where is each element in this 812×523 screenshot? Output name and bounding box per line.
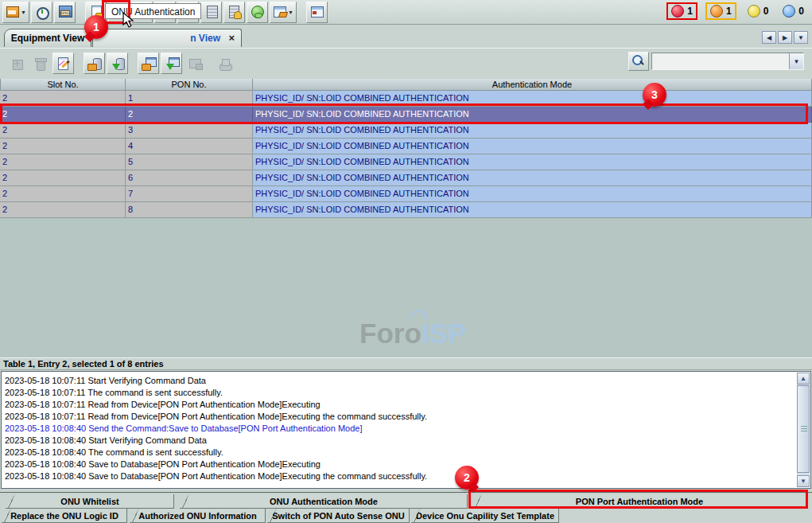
hand-tool-button[interactable] [215, 53, 236, 74]
add-button[interactable]: + [6, 53, 28, 74]
server-user-icon [227, 6, 242, 18]
arrow-up-icon: ▲ [800, 375, 806, 382]
tab-onu-authentication-view-label: n View [190, 33, 220, 44]
cell-pon[interactable]: 4 [126, 139, 253, 154]
arrow-right-icon: ▶ [783, 34, 787, 41]
column-header-auth-mode[interactable]: Authentication Mode [253, 79, 812, 91]
table-row[interactable]: 2 5 PHYSIC_ID/ SN:LOID COMBINED AUTHENTI… [0, 154, 812, 170]
chevron-down-icon: ▼ [794, 58, 800, 65]
cell-pon[interactable]: 3 [126, 123, 253, 139]
log-line: 2023-05-18 10:08:40 Start Verifying Comm… [5, 435, 793, 447]
scroll-up-button[interactable]: ▲ [797, 373, 810, 384]
close-icon[interactable]: × [228, 32, 235, 44]
tab-equipment-view[interactable]: Equipment View [4, 29, 91, 47]
major-alarm-count: 1 [726, 6, 732, 17]
cell-mode[interactable]: PHYSIC_ID/ SN:LOID COMBINED AUTHENTICATI… [253, 170, 812, 186]
panel-eraser-menu-button[interactable]: ▼ [270, 2, 297, 23]
search-combo[interactable]: ▼ [651, 53, 804, 70]
arrow-left-icon: ◀ [767, 34, 771, 41]
table-row[interactable]: 2 3 PHYSIC_ID/ SN:LOID COMBINED AUTHENTI… [0, 123, 812, 139]
warning-alarm-counter[interactable]: 0 [779, 4, 807, 18]
cell-mode[interactable]: PHYSIC_ID/ SN:LOID COMBINED AUTHENTICATI… [253, 202, 812, 218]
column-header-pon[interactable]: PON No. [126, 79, 253, 91]
tab-authorized-onu-information-label: Authorized ONU Information [138, 511, 257, 521]
scrollbar-thumb[interactable] [797, 385, 810, 473]
log-line: 2023-05-18 10:07:11 Read from Device[PON… [5, 411, 793, 423]
search-dropdown-button[interactable]: ▼ [789, 53, 803, 69]
tab-scroll-right-button[interactable]: ▶ [778, 31, 792, 44]
tab-onu-authentication-mode[interactable]: ONU Authentication Mode [180, 494, 468, 509]
log-line: 2023-05-18 10:07:11 Start Verifying Comm… [5, 375, 793, 387]
cell-slot[interactable]: 2 [0, 139, 126, 154]
cell-pon[interactable]: 5 [126, 154, 253, 170]
log-line: 2023-05-18 10:08:40 The command is sent … [5, 447, 793, 459]
save-to-database-button[interactable] [107, 53, 128, 74]
scroll-down-button[interactable]: ▼ [797, 475, 810, 487]
cell-mode[interactable]: PHYSIC_ID/ SN:LOID COMBINED AUTHENTICATI… [253, 139, 812, 154]
major-alarm-counter[interactable]: 1 [705, 2, 736, 20]
log-line-highlight: 2023-05-18 10:08:40 Send the Command:Sav… [5, 423, 793, 435]
critical-alarm-count: 1 [687, 6, 693, 17]
globe-icon [251, 6, 265, 18]
cell-pon[interactable]: 7 [126, 186, 253, 202]
tab-replace-onu-logic-id[interactable]: Replace the ONU Logic ID [2, 509, 127, 523]
server-user-button[interactable] [223, 2, 245, 23]
cell-mode[interactable]: PHYSIC_ID/ SN:LOID COMBINED AUTHENTICATI… [253, 123, 812, 139]
cell-slot[interactable]: 2 [0, 123, 126, 139]
search-input[interactable] [652, 54, 789, 68]
globe-button[interactable] [247, 2, 268, 23]
cell-slot[interactable]: 2 [0, 154, 126, 170]
arrow-down-icon: ▼ [800, 478, 806, 485]
cell-pon[interactable]: 8 [126, 202, 253, 218]
alarm-counters: 1 1 0 0 [666, 2, 807, 20]
watermark: ForoISP [359, 318, 466, 349]
critical-alarm-counter[interactable]: 1 [666, 2, 697, 20]
tab-list-dropdown-button[interactable]: ▼ [794, 31, 808, 44]
app-window-menu-button[interactable]: ▼ [2, 2, 29, 23]
message-button[interactable] [184, 53, 205, 74]
server-button[interactable] [200, 2, 222, 23]
tab-onu-authentication-view[interactable]: n View × [92, 29, 242, 47]
save-to-device-small-button[interactable] [161, 53, 182, 74]
table-header: Slot No. PON No. Authentication Mode [0, 79, 812, 91]
chevron-down-icon: ▼ [288, 10, 293, 15]
database-save-icon [111, 57, 125, 70]
tab-device-onu-capility-set-template-label: Device Onu Capility Set Template [416, 511, 554, 521]
log-scrollbar[interactable]: ▲ ▼ [797, 373, 810, 487]
onu-panel-icon: onu [58, 6, 72, 18]
onu-panel-button[interactable]: onu [54, 2, 76, 23]
cell-slot[interactable]: 2 [0, 202, 126, 218]
panel-view-button[interactable] [306, 2, 328, 23]
table-row[interactable]: 2 4 PHYSIC_ID/ SN:LOID COMBINED AUTHENTI… [0, 139, 812, 154]
cell-pon[interactable]: 6 [126, 170, 253, 186]
polling-clock-button[interactable] [31, 2, 52, 23]
table-row[interactable]: 2 8 PHYSIC_ID/ SN:LOID COMBINED AUTHENTI… [0, 202, 812, 218]
read-from-device-button[interactable] [138, 53, 159, 74]
tab-authorized-onu-information[interactable]: Authorized ONU Information [130, 509, 266, 523]
table-row[interactable]: 2 6 PHYSIC_ID/ SN:LOID COMBINED AUTHENTI… [0, 170, 812, 186]
cell-slot[interactable]: 2 [0, 186, 126, 202]
delete-button[interactable] [29, 53, 51, 74]
warning-alarm-count: 0 [798, 6, 804, 17]
major-alarm-icon [710, 5, 723, 18]
panel-eraser-icon [273, 6, 287, 18]
tab-scroll-left-button[interactable]: ◀ [762, 31, 776, 44]
cell-mode[interactable]: PHYSIC_ID/ SN:LOID COMBINED AUTHENTICATI… [253, 154, 812, 170]
cell-slot[interactable]: 2 [0, 170, 126, 186]
tab-onu-whitelist[interactable]: ONU Whitelist [6, 494, 174, 509]
read-from-database-button[interactable] [84, 53, 105, 74]
panel-view-icon [310, 6, 324, 18]
edit-button[interactable] [52, 53, 74, 74]
critical-alarm-icon [671, 5, 684, 18]
tab-onu-whitelist-label: ONU Whitelist [60, 497, 118, 506]
column-header-slot[interactable]: Slot No. [0, 79, 126, 91]
cell-mode[interactable]: PHYSIC_ID/ SN:LOID COMBINED AUTHENTICATI… [253, 186, 812, 202]
tab-switch-pon-auto-sense-onu[interactable]: Switch of PON Auto Sense ONU [267, 509, 410, 523]
search-icon [629, 53, 643, 65]
search-button[interactable] [628, 52, 649, 71]
tab-device-onu-capility-set-template[interactable]: Device Onu Capility Set Template [411, 509, 559, 523]
toolbar-separator [207, 53, 215, 74]
table-row[interactable]: 2 7 PHYSIC_ID/ SN:LOID COMBINED AUTHENTI… [0, 186, 812, 202]
add-icon: + [10, 57, 25, 70]
minor-alarm-counter[interactable]: 0 [744, 4, 772, 18]
